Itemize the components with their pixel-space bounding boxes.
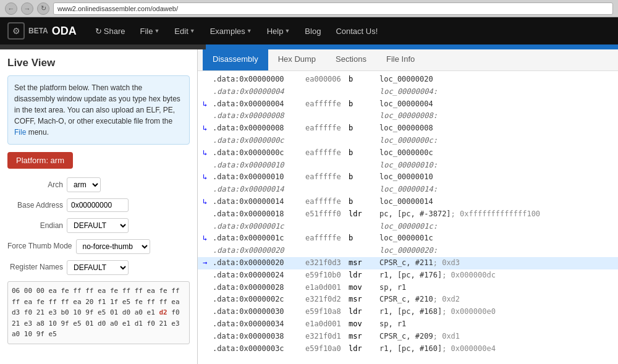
- back-button[interactable]: ←: [5, 2, 17, 15]
- disasm-mnem: [349, 135, 379, 147]
- disasm-bytes: eafffffe: [305, 171, 349, 184]
- disasm-addr: .data:0x00000038: [213, 331, 305, 343]
- disasm-mnem: msr: [349, 257, 379, 269]
- tabs-bar: Disassembly Hex Dump Sections File Info: [198, 49, 618, 71]
- sidebar-info: Set the platform below. Then watch the d…: [7, 75, 190, 145]
- force-thumb-select[interactable]: no-force-thumb: [76, 239, 150, 254]
- disasm-bytes: e59f10a8: [305, 306, 349, 318]
- disasm-arrow: [203, 135, 213, 147]
- share-nav[interactable]: ↻ Share: [89, 24, 132, 38]
- disasm-addr: .data:0x00000010: [213, 159, 305, 172]
- disasm-addr: .data:0x0000000c: [213, 135, 305, 147]
- disasm-line: ↳ .data:0x00000014 eafffffe b loc_000000…: [198, 196, 618, 208]
- tab-file-info[interactable]: File Info: [376, 49, 425, 70]
- disasm-op1: sp, r1: [379, 282, 429, 294]
- disasm-mnem: b: [349, 98, 379, 111]
- disasm-bytes: eafffffe: [305, 122, 349, 135]
- brand: ⚙ BETA ODA: [7, 22, 82, 40]
- disasm-bytes: eafffffe: [305, 232, 349, 245]
- disasm-line: .data:0x0000002c e321f0d2 msr CPSR_c, #2…: [198, 294, 618, 306]
- hex-input-area[interactable]: 06 00 00 ea fe ff ff ea fe ff ff ea fe f…: [7, 281, 190, 344]
- disasm-mnem: b: [349, 74, 379, 86]
- disasm-addr: .data:0x00000020: [213, 245, 305, 257]
- disasm-addr: .data:0x00000008: [213, 110, 305, 122]
- file-menu[interactable]: File ▼: [133, 24, 166, 38]
- oda-label: ODA: [52, 25, 77, 38]
- force-thumb-row: Force Thumb Mode no-force-thumb: [7, 239, 190, 254]
- disasm-mnem: [349, 110, 379, 122]
- disasm-mnem: ldr: [349, 343, 379, 355]
- tab-sections[interactable]: Sections: [326, 49, 376, 70]
- disasm-mnem: msr: [349, 331, 379, 343]
- disasm-bytes: eafffffe: [305, 147, 349, 159]
- disasm-bytes: e1a0d001: [305, 282, 349, 294]
- sidebar-title: Live View: [7, 57, 190, 69]
- force-thumb-label: Force Thumb Mode: [7, 242, 72, 252]
- platform-button[interactable]: Platform: arm: [7, 152, 73, 169]
- disasm-arrow: [203, 208, 213, 221]
- disasm-op1: loc_0000001c: [379, 232, 433, 245]
- contact-nav[interactable]: Contact Us!: [329, 24, 384, 38]
- help-menu[interactable]: Help ▼: [261, 24, 297, 38]
- disasm-arrow: [203, 159, 213, 172]
- disasm-comment: ; 0xd2: [433, 294, 460, 306]
- reg-names-select[interactable]: DEFAULT: [67, 260, 129, 275]
- disasm-bytes: e51ffff0: [305, 208, 349, 221]
- disasm-bytes: e59f10a0: [305, 343, 349, 355]
- forward-button[interactable]: →: [21, 2, 33, 15]
- tab-disassembly[interactable]: Disassembly: [203, 49, 268, 70]
- reload-button[interactable]: ↻: [37, 2, 49, 15]
- file-link[interactable]: File: [14, 128, 26, 137]
- disasm-bytes: eafffffe: [305, 98, 349, 111]
- disasm-op1: CPSR_c, #210: [379, 294, 433, 306]
- disasm-addr: .data:0x0000001c: [213, 221, 305, 233]
- edit-menu[interactable]: Edit ▼: [168, 24, 201, 38]
- examples-menu[interactable]: Examples ▼: [204, 24, 258, 38]
- base-addr-row: Base Address: [7, 198, 190, 212]
- disasm-mnem: b: [349, 232, 379, 245]
- disasm-arrow: [203, 74, 213, 86]
- arch-select[interactable]: arm: [67, 177, 101, 192]
- disasm-mnem: b: [349, 122, 379, 135]
- tab-hex-dump[interactable]: Hex Dump: [268, 49, 326, 70]
- help-dropdown-arrow: ▼: [284, 28, 290, 34]
- disasm-line: .data:0x00000034 e1a0d001 mov sp, r1: [198, 318, 618, 331]
- disasm-arrow: ↳: [203, 147, 213, 159]
- disasm-bytes: e321f0d1: [305, 331, 349, 343]
- disasm-addr: .data:0x0000001c: [213, 232, 305, 245]
- endian-label: Endian: [7, 221, 63, 230]
- base-addr-input[interactable]: [67, 198, 129, 212]
- file-dropdown-arrow: ▼: [154, 28, 159, 34]
- reg-names-row: Register Names DEFAULT: [7, 260, 190, 275]
- disassembly-panel: .data:0x00000000 ea000006 b loc_00000020…: [198, 71, 618, 364]
- disasm-addr: .data:0x00000020: [213, 257, 305, 269]
- disasm-arrow: ↳: [203, 122, 213, 135]
- disasm-line: .data:0x00000028 e1a0d001 mov sp, r1: [198, 282, 618, 294]
- disasm-line: .data:0x00000020 loc_00000020:: [198, 245, 618, 257]
- disasm-mnem: b: [349, 196, 379, 208]
- base-addr-label: Base Address: [7, 201, 63, 210]
- disasm-op1: CPSR_c, #209: [379, 331, 433, 343]
- arch-label: Arch: [7, 180, 63, 189]
- disasm-arrow: [203, 269, 213, 282]
- disasm-label: loc_00000008:: [379, 110, 438, 122]
- endian-select[interactable]: DEFAULT: [67, 218, 129, 233]
- disasm-line: ↳ .data:0x0000001c eafffffe b loc_000000…: [198, 232, 618, 245]
- disasm-op1: loc_00000008: [379, 122, 433, 135]
- disasm-comment: ; 0xd3: [433, 257, 460, 269]
- disasm-arrow: [203, 306, 213, 318]
- disasm-addr: .data:0x00000030: [213, 306, 305, 318]
- disasm-mnem: ldr: [349, 269, 379, 282]
- navbar: ⚙ BETA ODA ↻ Share File ▼ Edit ▼ Example…: [0, 17, 618, 44]
- disasm-arrow: [203, 184, 213, 196]
- disasm-addr: .data:0x00000008: [213, 122, 305, 135]
- sidebar: Live View Set the platform below. Then w…: [0, 49, 198, 364]
- disasm-mnem: mov: [349, 282, 379, 294]
- disasm-bytes: [305, 159, 349, 172]
- content-area: Disassembly Hex Dump Sections File Info …: [198, 49, 618, 364]
- disasm-bytes: e321f0d2: [305, 294, 349, 306]
- disasm-line: .data:0x0000003c e59f10a0 ldr r1, [pc, #…: [198, 343, 618, 355]
- disasm-arrow: [203, 110, 213, 122]
- blog-nav[interactable]: Blog: [298, 24, 327, 38]
- url-bar[interactable]: www2.onlinedisassembler.com/odaweb/: [53, 2, 613, 15]
